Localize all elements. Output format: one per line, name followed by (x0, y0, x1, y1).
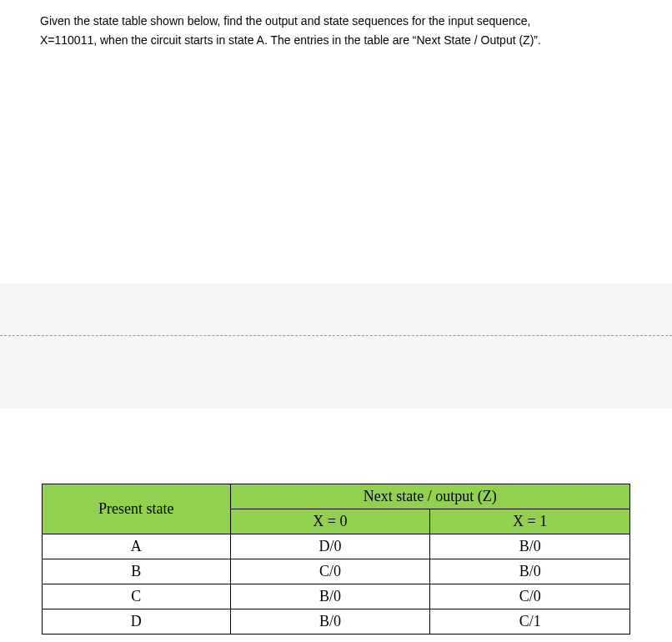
table-row: C B/0 C/0 (43, 584, 630, 609)
cell-state: B (43, 559, 231, 584)
header-x1: X = 1 (430, 509, 630, 534)
separator-band (0, 283, 672, 409)
dotted-divider (0, 335, 672, 336)
cell-state: C (43, 584, 231, 609)
cell-x1: C/0 (430, 584, 630, 609)
cell-x0: C/0 (230, 559, 430, 584)
cell-x1: C/1 (430, 609, 630, 634)
cell-x1: B/0 (430, 559, 630, 584)
question-line-2: X=110011, when the circuit starts in sta… (40, 32, 632, 49)
table-row: A D/0 B/0 (43, 534, 630, 559)
state-table: Present state Next state / output (Z) X … (42, 484, 630, 634)
cell-x0: B/0 (230, 584, 430, 609)
cell-state: D (43, 609, 231, 634)
table-row: D B/0 C/1 (43, 609, 630, 634)
question-text: Given the state table shown below, find … (0, 0, 672, 49)
header-next-state: Next state / output (Z) (230, 484, 629, 509)
header-present-state: Present state (43, 484, 231, 534)
state-table-body: A D/0 B/0 B C/0 B/0 C B/0 C/0 D B/0 C/1 (43, 534, 630, 634)
header-x0: X = 0 (230, 509, 430, 534)
cell-x1: B/0 (430, 534, 630, 559)
cell-x0: D/0 (230, 534, 430, 559)
cell-state: A (43, 534, 231, 559)
cell-x0: B/0 (230, 609, 430, 634)
table-row: B C/0 B/0 (43, 559, 630, 584)
question-line-1: Given the state table shown below, find … (40, 13, 632, 30)
state-table-container: Present state Next state / output (Z) X … (42, 484, 630, 634)
